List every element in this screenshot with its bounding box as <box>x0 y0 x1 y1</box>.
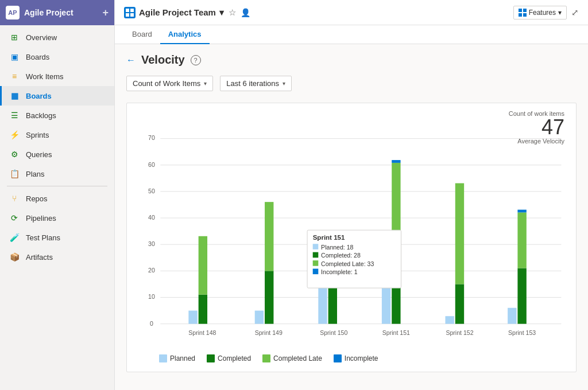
svg-text:70: 70 <box>148 134 155 141</box>
repos-icon: ⑂ <box>9 193 20 204</box>
legend-planned-label: Planned <box>170 354 195 362</box>
sidebar-item-artifacts[interactable]: 📦 Artifacts <box>0 247 114 267</box>
svg-rect-30 <box>318 284 327 323</box>
iterations-chevron-icon: ▾ <box>283 80 285 87</box>
velocity-chart: 0 10 20 30 40 50 60 70 <box>136 118 567 348</box>
svg-rect-7 <box>523 13 527 17</box>
features-label: Features <box>529 9 556 17</box>
iterations-label: Last 6 iterations <box>226 79 279 88</box>
svg-rect-54 <box>313 252 319 258</box>
svg-text:Sprint 153: Sprint 153 <box>508 329 536 336</box>
sidebar-label-pipelines: Pipelines <box>26 214 56 223</box>
sidebar-item-boards[interactable]: ▦ Boards <box>0 86 114 106</box>
workitems-icon: ≡ <box>9 71 20 82</box>
chart-controls: Count of Work Items ▾ Last 6 iterations … <box>126 76 577 91</box>
plans-icon: 📋 <box>9 168 20 180</box>
sidebar-divider <box>7 186 107 186</box>
project-name: Agile Project Team <box>139 7 216 17</box>
svg-rect-58 <box>313 269 319 275</box>
svg-rect-28 <box>265 271 273 323</box>
incomplete-color <box>334 354 342 362</box>
tab-analytics[interactable]: Analytics <box>160 25 210 44</box>
svg-text:Sprint 151: Sprint 151 <box>313 234 345 241</box>
sidebar-item-boards-group[interactable]: ▣ Boards <box>0 47 114 67</box>
add-project-button[interactable]: + <box>102 7 109 19</box>
svg-rect-39 <box>455 183 464 284</box>
help-icon[interactable]: ? <box>191 55 201 65</box>
sidebar-label-plans: Plans <box>26 170 45 178</box>
svg-rect-0 <box>126 9 129 12</box>
testplans-icon: 🧪 <box>9 232 20 243</box>
sidebar-label-queries: Queries <box>26 150 52 159</box>
sidebar-item-overview[interactable]: ⊞ Overview <box>0 28 114 47</box>
tab-board[interactable]: Board <box>124 25 160 44</box>
legend-incomplete: Incomplete <box>334 354 378 362</box>
pipelines-icon: ⟳ <box>9 212 20 224</box>
svg-text:60: 60 <box>148 161 155 168</box>
metric-dropdown[interactable]: Count of Work Items ▾ <box>126 76 213 91</box>
svg-text:10: 10 <box>148 293 155 300</box>
topbar-actions: Features ▾ ⤢ <box>513 6 579 20</box>
svg-text:Completed Late: 33: Completed Late: 33 <box>321 260 374 267</box>
iterations-dropdown[interactable]: Last 6 iterations ▾ <box>220 76 292 91</box>
sidebar-item-backlogs[interactable]: ☰ Backlogs <box>0 106 114 125</box>
chart-area: 0 10 20 30 40 50 60 70 <box>136 118 567 348</box>
sidebar-item-queries[interactable]: ⚙ Queries <box>0 145 114 164</box>
backlogs-icon: ☰ <box>9 110 20 121</box>
svg-rect-24 <box>188 311 197 324</box>
sidebar-label-boards-group: Boards <box>26 53 49 61</box>
content-area: ← Velocity ? Count of Work Items ▾ Last … <box>115 44 588 390</box>
sidebar-label-boards: Boards <box>26 92 52 100</box>
svg-text:Sprint 148: Sprint 148 <box>188 329 216 336</box>
sidebar-item-repos[interactable]: ⑂ Repos <box>0 189 114 208</box>
svg-rect-36 <box>392 160 400 163</box>
expand-icon[interactable]: ⤢ <box>571 7 579 18</box>
features-chevron-icon: ▾ <box>558 9 562 17</box>
app-icon: AP <box>6 6 20 20</box>
svg-rect-1 <box>130 9 134 12</box>
svg-rect-25 <box>199 295 207 324</box>
svg-rect-40 <box>508 308 516 324</box>
person-icon[interactable]: 👤 <box>241 8 250 17</box>
sidebar: AP Agile Project + ⊞ Overview ▣ Boards ≡… <box>0 0 115 390</box>
features-button[interactable]: Features ▾ <box>513 6 567 20</box>
star-icon[interactable]: ☆ <box>229 7 236 18</box>
app-name: Agile Project <box>24 8 74 17</box>
main-panel: Agile Project Team ▾ ☆ 👤 Features ▾ ⤢ Bo… <box>115 0 588 390</box>
sidebar-item-pipelines[interactable]: ⟳ Pipelines <box>0 208 114 228</box>
svg-rect-37 <box>445 316 454 323</box>
completed-color <box>207 354 215 362</box>
legend-completed-late: Completed Late <box>262 354 322 362</box>
sidebar-label-sprints: Sprints <box>26 131 49 139</box>
svg-text:Completed: 28: Completed: 28 <box>321 252 361 259</box>
svg-text:Planned: 18: Planned: 18 <box>321 244 354 251</box>
svg-text:40: 40 <box>148 214 155 221</box>
svg-rect-3 <box>130 13 134 17</box>
sidebar-item-plans[interactable]: 📋 Plans <box>0 164 114 184</box>
sidebar-label-backlogs: Backlogs <box>26 111 56 120</box>
svg-text:Sprint 150: Sprint 150 <box>320 329 347 336</box>
svg-rect-42 <box>517 212 526 268</box>
sprints-icon: ⚡ <box>9 129 20 141</box>
artifacts-icon: 📦 <box>9 251 20 263</box>
legend-incomplete-label: Incomplete <box>345 354 378 362</box>
back-button[interactable]: ← <box>126 55 136 65</box>
project-selector[interactable]: Agile Project Team ▾ <box>124 7 224 18</box>
sidebar-item-sprints[interactable]: ⚡ Sprints <box>0 125 114 145</box>
boards-icon: ▦ <box>9 90 20 102</box>
overview-icon: ⊞ <box>9 32 20 43</box>
sidebar-item-testplans[interactable]: 🧪 Test Plans <box>0 228 114 247</box>
topbar: Agile Project Team ▾ ☆ 👤 Features ▾ ⤢ <box>115 0 588 25</box>
nav-tabs: Board Analytics <box>115 25 588 44</box>
legend-completed: Completed <box>207 354 251 362</box>
sidebar-header: AP Agile Project + <box>0 0 114 25</box>
svg-text:Incomplete: 1: Incomplete: 1 <box>321 268 358 275</box>
queries-icon: ⚙ <box>9 149 20 160</box>
completed-late-color <box>262 354 270 362</box>
sidebar-item-workitems[interactable]: ≡ Work Items <box>0 67 114 86</box>
boards-group-icon: ▣ <box>9 51 20 63</box>
svg-text:Sprint 152: Sprint 152 <box>446 329 473 336</box>
chart-legend: Planned Completed Completed Late Incompl… <box>136 354 567 362</box>
svg-rect-43 <box>517 210 526 213</box>
sidebar-label-artifacts: Artifacts <box>26 253 53 262</box>
